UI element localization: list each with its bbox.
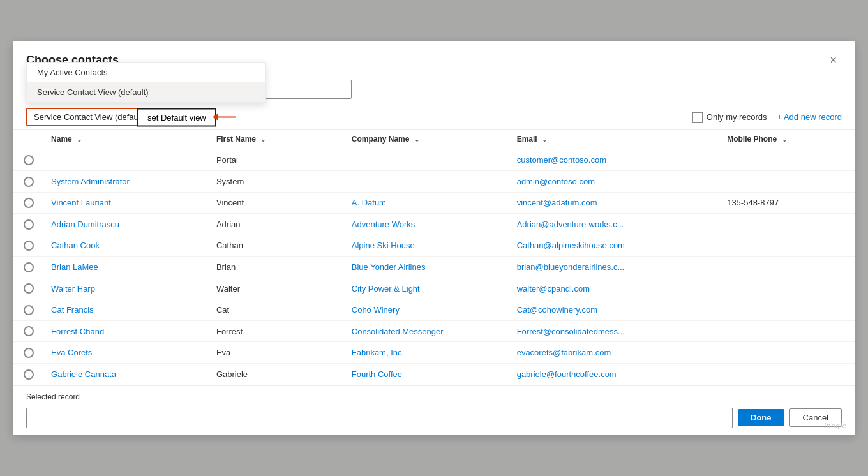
table-row[interactable]: Walter HarpWalterCity Power & Lightwalte… — [13, 278, 855, 299]
dropdown-item-service-contact[interactable]: Service Contact View (default) — [27, 82, 265, 102]
contact-email-link[interactable]: evacorets@fabrikam.com — [517, 348, 611, 357]
contact-name-link[interactable]: Vincent Lauriant — [51, 198, 111, 207]
contact-email-link[interactable]: Adrian@adventure-works.c... — [517, 219, 624, 229]
contacts-table-container: Name ⌄ First Name ⌄ Company Name ⌄ Ema — [13, 129, 855, 385]
table-row[interactable]: Cathan CookCathanAlpine Ski HouseCathan@… — [13, 235, 855, 257]
right-controls: Only my records + Add new record — [692, 112, 842, 123]
contact-name-link[interactable]: Eva Corets — [51, 348, 92, 357]
company-name-link[interactable]: Fourth Coffee — [352, 369, 402, 379]
company-name-link[interactable]: A. Datum — [352, 198, 386, 207]
only-my-records-checkbox[interactable] — [692, 112, 703, 123]
table-row[interactable]: System AdministratorSystemadmin@contoso.… — [13, 170, 855, 192]
view-dropdown-menu: My Active Contacts Service Contact View … — [26, 62, 266, 103]
col-header-phone[interactable]: Mobile Phone ⌄ — [719, 130, 855, 149]
contact-first-name: Adrian — [209, 214, 344, 235]
table-row[interactable]: Adrian DumitrascuAdrianAdventure WorksAd… — [13, 214, 855, 235]
table-row[interactable]: Cat FrancisCatCoho WineryCat@cohowinery.… — [13, 299, 855, 321]
contact-phone — [719, 278, 855, 299]
modal-footer: Selected record Done Cancel — [13, 385, 855, 435]
contact-first-name: System — [209, 170, 344, 192]
only-my-records-label[interactable]: Only my records — [692, 112, 767, 123]
contact-first-name: Gabriele — [209, 364, 344, 385]
row-radio-button[interactable] — [24, 326, 34, 336]
row-radio-button[interactable] — [24, 262, 34, 272]
contact-phone — [719, 320, 855, 342]
contact-first-name: Vincent — [209, 192, 344, 214]
table-row[interactable]: Forrest ChandForrestConsolidated Messeng… — [13, 320, 855, 342]
dropdown-item-my-active[interactable]: My Active Contacts — [27, 63, 265, 82]
row-radio-button[interactable] — [24, 177, 34, 187]
contact-name-link[interactable]: Adrian Dumitrascu — [51, 219, 119, 229]
row-radio-button[interactable] — [24, 305, 34, 315]
col-header-firstname[interactable]: First Name ⌄ — [209, 130, 344, 149]
table-row[interactable]: Vincent LauriantVincentA. Datumvincent@a… — [13, 192, 855, 214]
col-header-select — [13, 130, 43, 149]
contact-name-link[interactable]: Cathan Cook — [51, 241, 100, 250]
contact-phone — [719, 257, 855, 278]
contact-phone — [719, 342, 855, 364]
callout-box: set Default view — [137, 108, 216, 126]
contact-email-link[interactable]: brian@blueyonderairlines.c... — [517, 262, 625, 272]
contact-phone — [719, 149, 855, 171]
contact-email-link[interactable]: customer@contoso.com — [517, 155, 606, 165]
watermark: Inogle — [824, 422, 847, 429]
sort-icon-name: ⌄ — [77, 136, 82, 143]
contact-email-link[interactable]: vincent@adatum.com — [517, 198, 597, 207]
table-row[interactable]: Gabriele CannataGabrieleFourth Coffeegab… — [13, 364, 855, 385]
row-radio-button[interactable] — [24, 198, 34, 208]
company-name-link[interactable]: Alpine Ski House — [352, 241, 415, 250]
contact-name-link[interactable]: Walter Harp — [51, 284, 95, 294]
row-radio-button[interactable] — [24, 241, 34, 251]
row-radio-button[interactable] — [24, 369, 34, 380]
company-name-link[interactable]: Fabrikam, Inc. — [352, 348, 404, 357]
contact-email-link[interactable]: admin@contoso.com — [517, 177, 595, 186]
footer-bottom: Done Cancel — [26, 408, 842, 428]
row-radio-button[interactable] — [24, 155, 34, 165]
toolbar-row: Service Contact View (default) ▾ set Def… — [13, 105, 855, 129]
sort-icon-phone: ⌄ — [782, 136, 787, 143]
contact-first-name: Walter — [209, 278, 344, 299]
callout-arrow: set Default view — [117, 108, 236, 126]
col-header-name[interactable]: Name ⌄ — [43, 130, 209, 149]
company-name-link[interactable]: Blue Yonder Airlines — [352, 262, 426, 272]
contact-phone: 135-548-8797 — [719, 192, 855, 214]
company-name-link[interactable]: City Power & Light — [352, 284, 420, 294]
choose-contacts-modal: Choose contacts × 🔍 Service Contact View… — [13, 41, 855, 435]
company-name-link[interactable]: Coho Winery — [352, 305, 400, 315]
contact-name-link[interactable]: Forrest Chand — [51, 327, 104, 336]
contact-phone — [719, 299, 855, 321]
contact-name-link[interactable]: System Administrator — [51, 177, 130, 186]
contact-email-link[interactable]: Cat@cohowinery.com — [517, 305, 597, 315]
contact-name-link[interactable]: Brian LaMee — [51, 262, 98, 272]
table-row[interactable]: Portalcustomer@contoso.com — [13, 149, 855, 171]
row-radio-button[interactable] — [24, 283, 34, 294]
contact-first-name: Brian — [209, 257, 344, 278]
close-button[interactable]: × — [825, 52, 842, 68]
company-name-link[interactable]: Consolidated Messenger — [352, 327, 444, 336]
contact-name-link[interactable]: Cat Francis — [51, 305, 93, 315]
contact-name-link[interactable]: Gabriele Cannata — [51, 369, 116, 379]
contact-phone — [719, 235, 855, 257]
contact-phone — [719, 214, 855, 235]
table-row[interactable]: Brian LaMeeBrianBlue Yonder Airlinesbria… — [13, 257, 855, 278]
contacts-table: Name ⌄ First Name ⌄ Company Name ⌄ Ema — [13, 130, 855, 385]
contact-email-link[interactable]: Cathan@alpineskihouse.com — [517, 241, 625, 250]
row-radio-button[interactable] — [24, 219, 34, 230]
done-button[interactable]: Done — [738, 409, 784, 426]
contact-email-link[interactable]: walter@cpandl.com — [517, 284, 590, 294]
contact-first-name: Forrest — [209, 320, 344, 342]
row-radio-button[interactable] — [24, 348, 34, 358]
table-row[interactable]: Eva CoretsEvaFabrikam, Inc.evacorets@fab… — [13, 342, 855, 364]
contact-first-name: Portal — [209, 149, 344, 171]
col-header-company[interactable]: Company Name ⌄ — [344, 130, 509, 149]
company-name-link[interactable]: Adventure Works — [352, 219, 415, 229]
contact-phone — [719, 364, 855, 385]
contact-first-name: Cathan — [209, 235, 344, 257]
add-new-record-button[interactable]: + Add new record — [777, 112, 842, 122]
sort-icon-email: ⌄ — [542, 136, 547, 143]
contact-email-link[interactable]: gabriele@fourthcoffee.com — [517, 369, 617, 379]
col-header-email[interactable]: Email ⌄ — [509, 130, 720, 149]
contact-email-link[interactable]: Forrest@consolidatedmess... — [517, 327, 625, 336]
selected-record-label: Selected record — [26, 392, 842, 401]
selected-record-input[interactable] — [26, 408, 733, 428]
